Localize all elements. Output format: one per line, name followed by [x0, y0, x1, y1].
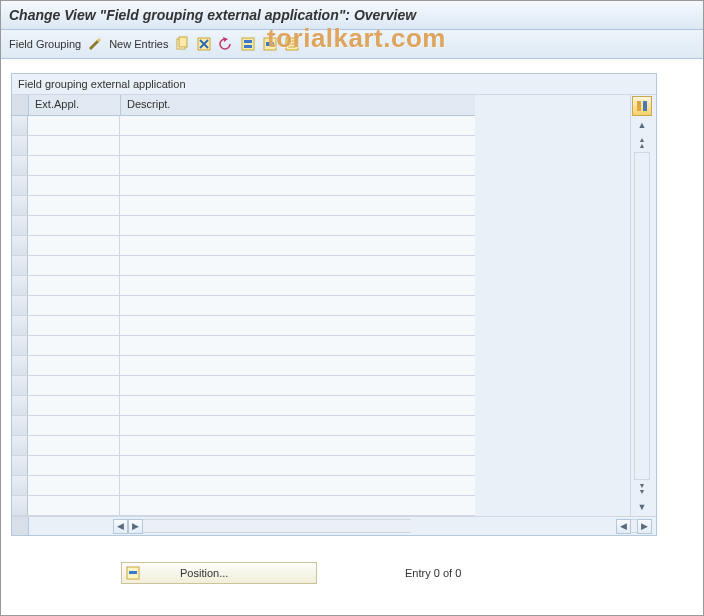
cell-ext-appl[interactable] [28, 196, 120, 215]
row-selector[interactable] [12, 216, 28, 235]
row-selector[interactable] [12, 296, 28, 315]
cell-ext-appl[interactable] [28, 476, 120, 495]
select-all-rows[interactable] [12, 95, 29, 115]
cell-ext-appl[interactable] [28, 336, 120, 355]
cell-descript[interactable] [120, 316, 475, 335]
row-selector[interactable] [12, 236, 28, 255]
scroll-up-icon[interactable]: ▲ [634, 118, 650, 132]
row-selector[interactable] [12, 256, 28, 275]
cell-ext-appl[interactable] [28, 136, 120, 155]
cell-descript[interactable] [120, 236, 475, 255]
row-selector[interactable] [12, 316, 28, 335]
row-selector[interactable] [12, 416, 28, 435]
undo-icon[interactable] [218, 36, 234, 52]
row-selector[interactable] [12, 136, 28, 155]
cell-ext-appl[interactable] [28, 256, 120, 275]
scroll-page-up-icon[interactable]: ▲▲ [634, 136, 650, 150]
row-selector[interactable] [12, 476, 28, 495]
toggle-edit-icon[interactable] [87, 36, 103, 52]
cell-ext-appl[interactable] [28, 496, 120, 515]
configure-columns-icon[interactable] [632, 96, 652, 116]
row-selector[interactable] [12, 436, 28, 455]
cell-descript[interactable] [120, 256, 475, 275]
cell-descript[interactable] [120, 456, 475, 475]
table-row[interactable] [12, 396, 475, 416]
table-row[interactable] [12, 316, 475, 336]
cell-ext-appl[interactable] [28, 276, 120, 295]
cell-descript[interactable] [120, 296, 475, 315]
cell-ext-appl[interactable] [28, 116, 120, 135]
table-row[interactable] [12, 456, 475, 476]
cell-descript[interactable] [120, 416, 475, 435]
cell-descript[interactable] [120, 356, 475, 375]
table-row[interactable] [12, 236, 475, 256]
scroll-left-icon-2[interactable]: ◀ [616, 519, 631, 534]
cell-descript[interactable] [120, 276, 475, 295]
table-row[interactable] [12, 196, 475, 216]
table-row[interactable] [12, 256, 475, 276]
vertical-scrollbar[interactable]: ▲ ▲▲ ▼▼ ▼ [630, 95, 653, 516]
row-selector[interactable] [12, 356, 28, 375]
scroll-track-horizontal-left[interactable] [143, 519, 411, 533]
delete-icon[interactable] [196, 36, 212, 52]
cell-descript[interactable] [120, 436, 475, 455]
cell-descript[interactable] [120, 156, 475, 175]
scroll-page-down-icon[interactable]: ▼▼ [634, 482, 650, 496]
cell-descript[interactable] [120, 196, 475, 215]
table-row[interactable] [12, 116, 475, 136]
cell-ext-appl[interactable] [28, 236, 120, 255]
cell-ext-appl[interactable] [28, 216, 120, 235]
column-header-ext-appl[interactable]: Ext.Appl. [29, 95, 121, 115]
row-selector[interactable] [12, 156, 28, 175]
cell-descript[interactable] [120, 136, 475, 155]
field-grouping-menu[interactable]: Field Grouping [9, 38, 81, 50]
table-row[interactable] [12, 416, 475, 436]
cell-ext-appl[interactable] [28, 456, 120, 475]
position-button[interactable]: Position... [121, 562, 317, 584]
table-row[interactable] [12, 156, 475, 176]
row-selector[interactable] [12, 116, 28, 135]
copy-icon[interactable] [174, 36, 190, 52]
table-row[interactable] [12, 376, 475, 396]
cell-descript[interactable] [120, 376, 475, 395]
cell-ext-appl[interactable] [28, 316, 120, 335]
table-row[interactable] [12, 436, 475, 456]
cell-ext-appl[interactable] [28, 436, 120, 455]
scroll-right-icon-2[interactable]: ▶ [637, 519, 652, 534]
table-row[interactable] [12, 296, 475, 316]
cell-descript[interactable] [120, 216, 475, 235]
table-row[interactable] [12, 496, 475, 516]
new-entries-button[interactable]: New Entries [109, 38, 168, 50]
cell-ext-appl[interactable] [28, 416, 120, 435]
table-row[interactable] [12, 216, 475, 236]
cell-descript[interactable] [120, 176, 475, 195]
table-row[interactable] [12, 176, 475, 196]
cell-ext-appl[interactable] [28, 296, 120, 315]
cell-ext-appl[interactable] [28, 396, 120, 415]
select-block-icon[interactable] [262, 36, 278, 52]
row-selector[interactable] [12, 196, 28, 215]
row-selector[interactable] [12, 496, 28, 515]
table-row[interactable] [12, 356, 475, 376]
table-row[interactable] [12, 476, 475, 496]
column-header-descript[interactable]: Descript. [121, 95, 475, 115]
scroll-left-icon[interactable]: ◀ [113, 519, 128, 534]
cell-ext-appl[interactable] [28, 376, 120, 395]
row-selector[interactable] [12, 336, 28, 355]
cell-ext-appl[interactable] [28, 176, 120, 195]
row-selector[interactable] [12, 176, 28, 195]
row-selector[interactable] [12, 456, 28, 475]
cell-descript[interactable] [120, 396, 475, 415]
cell-descript[interactable] [120, 336, 475, 355]
scroll-right-icon[interactable]: ▶ [128, 519, 143, 534]
table-row[interactable] [12, 336, 475, 356]
select-all-icon[interactable] [240, 36, 256, 52]
row-selector[interactable] [12, 396, 28, 415]
scroll-track-vertical[interactable] [634, 152, 650, 480]
scroll-down-icon[interactable]: ▼ [634, 500, 650, 514]
cell-ext-appl[interactable] [28, 356, 120, 375]
cell-descript[interactable] [120, 116, 475, 135]
table-row[interactable] [12, 276, 475, 296]
deselect-all-icon[interactable] [284, 36, 300, 52]
cell-ext-appl[interactable] [28, 156, 120, 175]
